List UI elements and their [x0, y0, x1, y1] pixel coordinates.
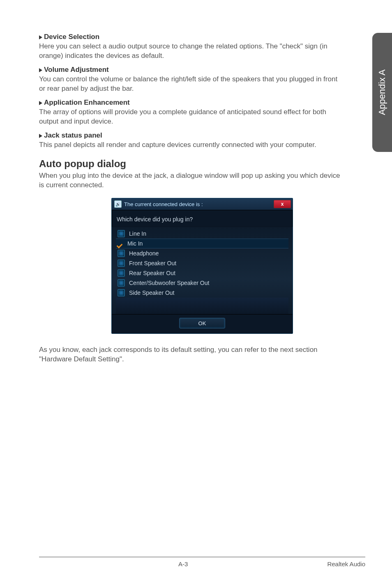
jack-icon: [118, 279, 125, 287]
section-volume-adjustment: Volume Adjustment You can control the vo…: [39, 66, 343, 94]
device-label: Line In: [129, 230, 146, 237]
dialog-screenshot: 🔊 The current connected device is : x Wh…: [39, 198, 365, 334]
page-content: Device Selection Here you can select a a…: [0, 0, 392, 364]
auto-popup-heading: Auto popup dialog: [39, 158, 365, 170]
check-icon: [118, 241, 123, 246]
list-item[interactable]: Side Speaker Out: [116, 288, 288, 298]
device-dialog: 🔊 The current connected device is : x Wh…: [111, 198, 293, 334]
closing-text: As you know, each jack corresponds to it…: [39, 345, 343, 364]
device-label: Mic In: [127, 240, 143, 247]
device-label: Rear Speaker Out: [129, 270, 175, 276]
section-body: You can control the volume or balance th…: [39, 75, 343, 94]
section-device-selection: Device Selection Here you can select a a…: [39, 33, 343, 61]
close-button[interactable]: x: [274, 200, 291, 208]
device-label: Headphone: [129, 250, 159, 257]
ok-button[interactable]: OK: [179, 318, 225, 328]
section-application-enhancement: Application Enhancement The array of opt…: [39, 99, 343, 126]
dialog-title-text: The current connected device is :: [124, 201, 203, 207]
dialog-spacer: [116, 298, 288, 314]
jack-icon: [118, 250, 125, 257]
dialog-prompt: Which device did you plug in?: [112, 210, 293, 227]
dialog-title-left: 🔊 The current connected device is :: [114, 200, 203, 208]
side-tab-appendix: Appendix A: [372, 33, 392, 152]
jack-icon: [118, 269, 125, 277]
section-title: Application Enhancement: [39, 99, 343, 107]
footer-section: Realtek Audio: [327, 560, 365, 567]
list-item[interactable]: Mic In: [116, 239, 288, 248]
section-title: Jack status panel: [39, 131, 343, 140]
section-title-text: Device Selection: [44, 33, 99, 41]
section-title-text: Volume Adjustment: [44, 66, 109, 74]
dialog-titlebar: 🔊 The current connected device is : x: [112, 198, 293, 210]
jack-icon: [118, 289, 125, 296]
section-body: The array of options will provide you a …: [39, 108, 343, 126]
arrow-icon: [39, 101, 42, 105]
device-label: Front Speaker Out: [129, 260, 176, 266]
jack-icon: [118, 230, 125, 237]
close-icon: x: [281, 201, 284, 207]
section-body: This panel depicts all render and captur…: [39, 140, 343, 150]
section-jack-status-panel: Jack status panel This panel depicts all…: [39, 131, 343, 150]
page-footer: A-3 Realtek Audio: [39, 557, 365, 567]
section-title-text: Application Enhancement: [44, 99, 130, 106]
dialog-button-row: OK: [112, 314, 293, 333]
list-item[interactable]: Line In: [116, 229, 288, 239]
list-item[interactable]: Front Speaker Out: [116, 258, 288, 268]
jack-icon: [118, 260, 125, 267]
auto-popup-intro: When you plug into the device at the jac…: [39, 171, 343, 190]
speaker-icon: 🔊: [114, 200, 122, 208]
device-label: Side Speaker Out: [129, 289, 175, 296]
section-title: Device Selection: [39, 33, 343, 41]
device-label: Center/Subwoofer Speaker Out: [129, 280, 209, 286]
footer-page-number: A-3: [39, 560, 327, 567]
section-body: Here you can select a audio output sourc…: [39, 42, 343, 61]
ok-label: OK: [198, 320, 206, 326]
arrow-icon: [39, 134, 42, 138]
arrow-icon: [39, 68, 42, 72]
list-item[interactable]: Center/Subwoofer Speaker Out: [116, 278, 288, 288]
section-title: Volume Adjustment: [39, 66, 343, 74]
dialog-device-list: Line In Mic In Headphone Front Speaker O…: [112, 227, 293, 314]
side-tab-label: Appendix A: [377, 69, 387, 115]
arrow-icon: [39, 35, 42, 39]
list-item[interactable]: Headphone: [116, 248, 288, 258]
section-title-text: Jack status panel: [44, 131, 102, 139]
list-item[interactable]: Rear Speaker Out: [116, 268, 288, 278]
